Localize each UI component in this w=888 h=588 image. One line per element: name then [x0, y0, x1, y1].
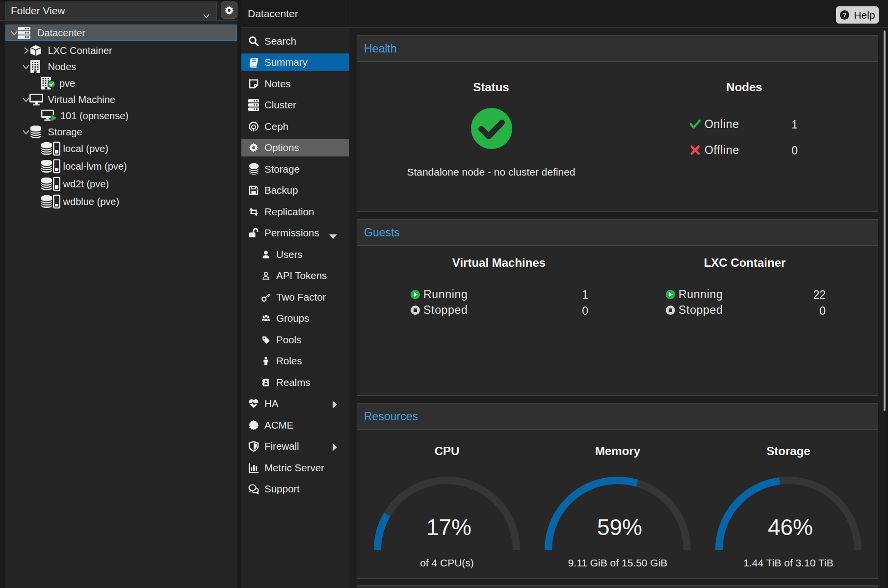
- svg-text:?: ?: [843, 11, 847, 19]
